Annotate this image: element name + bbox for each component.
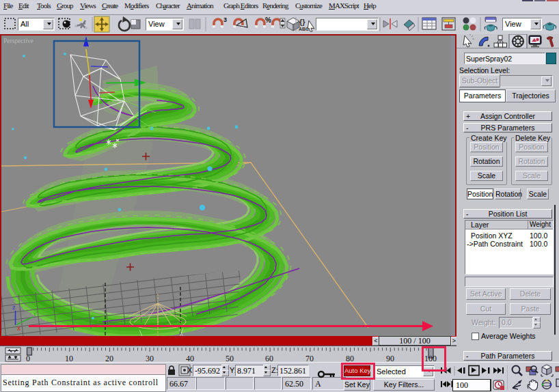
svg-text:{}: {} [299,18,305,26]
svg-text:x: x [17,324,21,332]
svg-text:%: % [265,16,271,24]
svg-text:z: z [12,304,16,311]
svg-text:Y: Y [33,311,37,318]
svg-text:Perspective: Perspective [3,38,33,44]
svg-text:3: 3 [223,16,227,23]
